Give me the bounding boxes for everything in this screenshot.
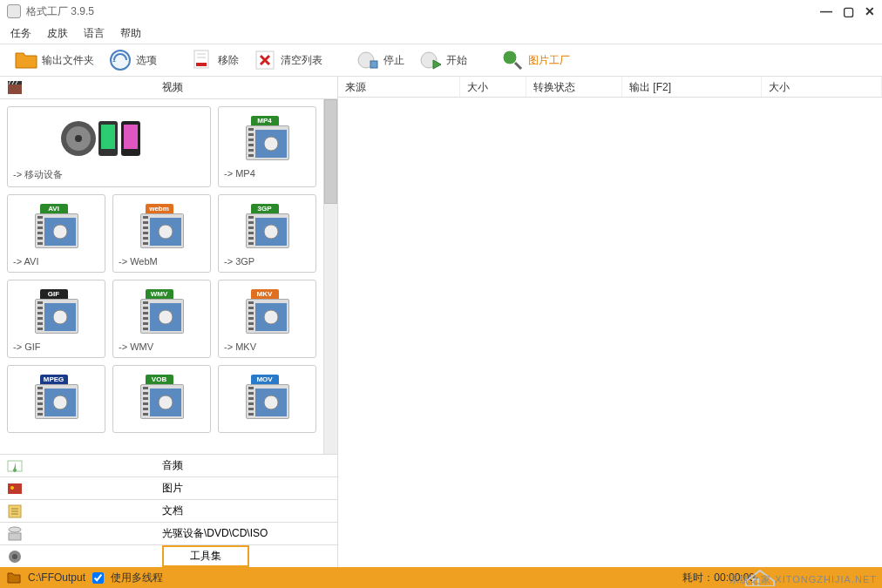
folder-icon [14, 48, 38, 72]
menu-skin[interactable]: 皮肤 [47, 26, 68, 41]
gear-icon [7, 549, 23, 564]
format-tile-label: -> AVI [13, 256, 38, 267]
format-tile-label: -> MP4 [224, 168, 255, 179]
mobile-icon [13, 112, 205, 165]
magnifier-globe-icon [500, 48, 525, 72]
svg-point-55 [12, 554, 17, 559]
video-category-header[interactable]: 视频 [0, 77, 337, 99]
menu-language[interactable]: 语言 [84, 26, 105, 41]
format-tile-label: -> 3GP [224, 256, 254, 267]
svg-rect-53 [9, 533, 21, 540]
svg-point-52 [9, 527, 21, 532]
webm-file-icon: webm [119, 200, 205, 253]
stop-icon [356, 48, 380, 72]
statusbar-folder-icon[interactable] [7, 571, 21, 585]
multithread-checkbox[interactable] [92, 572, 104, 584]
format-tile-3gp[interactable]: 3GP-> 3GP [218, 194, 316, 273]
video-category-label: 视频 [162, 80, 183, 95]
3gp-file-icon: 3GP [224, 200, 310, 253]
start-button[interactable]: 开始 [413, 48, 472, 72]
format-tile-mp4[interactable]: MP4-> MP4 [218, 106, 316, 187]
format-tile-wmv[interactable]: WMV-> WMV [112, 280, 211, 358]
mp4-file-icon: MP4 [224, 112, 310, 165]
format-tile-mkv[interactable]: MKV-> MKV [218, 280, 316, 358]
format-tile-gif[interactable]: GIF-> GIF [7, 280, 105, 358]
col-source[interactable]: 来源 [338, 77, 460, 97]
close-button[interactable]: ✕ [865, 4, 875, 18]
vob-file-icon: VOB [119, 371, 205, 423]
format-tile-mpeg[interactable]: MPEG [7, 365, 105, 433]
format-tile-label: -> WebM [119, 256, 158, 267]
mov-file-icon: MOV [224, 371, 310, 423]
format-grid: -> 移动设备MP4-> MP4AVI-> AVIwebm-> WebM3GP-… [0, 99, 323, 454]
titlebar: 格式工厂 3.9.5 — ▢ ✕ [0, 0, 882, 23]
tools-category-row[interactable]: 工具集 [0, 544, 337, 567]
image-factory-button[interactable]: 图片工厂 [495, 48, 575, 72]
format-tile-label: -> 移动设备 [13, 168, 63, 181]
scrollbar[interactable] [323, 99, 337, 454]
toolbar: 输出文件夹 选项 移除 清空列表 停止 开始 图片工厂 [0, 44, 882, 77]
options-icon [108, 48, 132, 72]
stop-button[interactable]: 停止 [350, 48, 410, 72]
avi-file-icon: AVI [13, 200, 99, 253]
task-list-pane: 来源 大小 转换状态 输出 [F2] 大小 [338, 77, 882, 567]
col-outsize[interactable]: 大小 [762, 77, 882, 97]
format-tile-vob[interactable]: VOB [112, 365, 211, 433]
mpeg-file-icon: MPEG [13, 371, 99, 423]
dvd-category-row[interactable]: 光驱设备\DVD\CD\ISO [0, 522, 337, 544]
svg-point-34 [53, 310, 67, 324]
svg-point-36 [159, 310, 173, 324]
svg-point-42 [159, 395, 173, 409]
col-status[interactable]: 转换状态 [526, 77, 622, 97]
table-header: 来源 大小 转换状态 输出 [F2] 大小 [338, 77, 882, 98]
audio-category-row[interactable]: 音频 [0, 454, 337, 476]
remove-icon [190, 48, 214, 72]
gif-file-icon: GIF [13, 286, 99, 338]
svg-point-30 [159, 225, 173, 239]
maximize-button[interactable]: ▢ [843, 4, 854, 18]
app-logo-icon [7, 4, 21, 18]
options-button[interactable]: 选项 [103, 48, 162, 72]
svg-point-32 [264, 225, 278, 239]
document-icon [7, 504, 23, 519]
start-icon [418, 48, 443, 72]
image-category-row[interactable]: 图片 [0, 476, 337, 499]
svg-point-47 [10, 486, 14, 490]
svg-point-38 [264, 310, 278, 324]
output-path[interactable]: C:\FFOutput [28, 571, 85, 584]
picture-icon [7, 481, 23, 497]
clear-icon [253, 48, 277, 72]
format-tile-webm[interactable]: webm-> WebM [112, 194, 211, 273]
output-folder-button[interactable]: 输出文件夹 [9, 48, 99, 72]
multithread-label: 使用多线程 [111, 571, 163, 585]
col-output[interactable]: 输出 [F2] [622, 77, 762, 97]
format-tile-mov[interactable]: MOV [218, 365, 316, 433]
clear-list-button[interactable]: 清空列表 [248, 48, 328, 72]
scrollbar-thumb[interactable] [324, 99, 337, 204]
svg-point-44 [264, 395, 278, 409]
watermark-text: 系统之家 XITONGZHIJIA.NET [729, 573, 877, 586]
svg-point-26 [264, 137, 278, 151]
svg-point-28 [53, 225, 67, 239]
window-title: 格式工厂 3.9.5 [26, 4, 94, 19]
col-size[interactable]: 大小 [460, 77, 526, 97]
music-note-icon [7, 458, 23, 474]
document-category-label: 文档 [162, 504, 183, 518]
menubar: 任务 皮肤 语言 帮助 [0, 23, 882, 44]
svg-rect-8 [370, 61, 377, 68]
table-body[interactable] [338, 98, 882, 567]
menu-task[interactable]: 任务 [10, 26, 31, 41]
wmv-file-icon: WMV [119, 286, 205, 338]
document-category-row[interactable]: 文档 [0, 499, 337, 522]
format-tile-mobile[interactable]: -> 移动设备 [7, 106, 211, 187]
tools-category-label: 工具集 [162, 545, 249, 567]
svg-rect-46 [8, 483, 22, 494]
format-tile-avi[interactable]: AVI-> AVI [7, 194, 105, 273]
menu-help[interactable]: 帮助 [120, 26, 141, 41]
remove-button[interactable]: 移除 [185, 48, 244, 72]
svg-rect-13 [8, 84, 22, 94]
image-category-label: 图片 [162, 481, 183, 496]
format-tile-label: -> WMV [119, 341, 153, 352]
minimize-button[interactable]: — [820, 4, 832, 18]
video-clapper-icon [7, 80, 23, 96]
